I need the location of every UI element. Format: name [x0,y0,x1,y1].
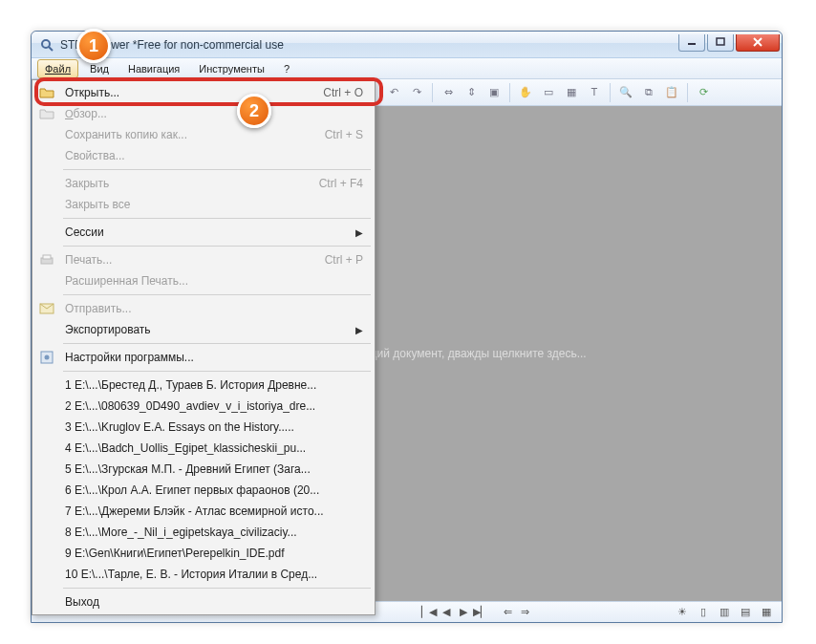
callout-2: 2 [237,94,271,128]
menu-item-open[interactable]: Открыть... Ctrl + O [34,82,373,103]
menu-item-recent-9[interactable]: 9 E:\Gen\Книги\Египет\Perepelkin_IDE.pdf [34,543,373,564]
maximize-button[interactable] [707,34,734,52]
nav-next-icon[interactable]: ▶ [456,605,471,620]
browse-icon [34,107,59,120]
menu-item-exit[interactable]: Выход [34,591,373,612]
menu-item-sessions[interactable]: Сессии ▶ [34,222,373,243]
tool-refresh-icon[interactable]: ⟳ [693,82,714,103]
submenu-arrow-icon: ▶ [355,325,373,335]
menu-item-recent-7[interactable]: 7 E:\...\Джереми Блэйк - Атлас всемирной… [34,501,373,522]
tool-fit-page-icon[interactable]: ▣ [483,82,505,103]
menu-item-recent-10[interactable]: 10 E:\...\Тарле, Е. В. - История Италии … [34,564,373,585]
menu-item-export[interactable]: Экспортировать ▶ [34,319,373,340]
tool-hand-icon[interactable]: ✋ [515,82,536,103]
menu-help[interactable]: ? [276,59,297,78]
menubar: Файл Вид Навигация Инструменты ? [32,58,782,79]
menu-item-recent-6[interactable]: 6 E:\...\Крол А.А. Египет первых фараоно… [34,480,373,501]
tool-fit-height-icon[interactable]: ⇕ [461,82,482,103]
menu-item-adv-print: Расширенная Печать... [34,270,373,291]
menu-file[interactable]: Файл [37,59,78,78]
nav-back-icon[interactable]: ⇐ [500,605,515,620]
menu-item-print: Печать... Ctrl + P [34,249,373,270]
menu-tools[interactable]: Инструменты [191,59,272,78]
nav-last-icon[interactable]: ▶▏ [473,605,488,620]
tool-find-icon[interactable]: 🔍 [615,82,636,103]
tool-paste-icon[interactable]: 📋 [661,82,682,103]
tool-select-icon[interactable]: ▭ [538,82,559,103]
tool-text-select-icon[interactable]: Ꭲ [584,82,605,103]
layout-grid-icon[interactable]: ▦ [759,605,774,620]
nav-prev-icon[interactable]: ◀ [439,605,454,620]
menu-item-recent-8[interactable]: 8 E:\...\More_-_Nil_i_egipetskaya_civili… [34,522,373,543]
settings-icon [34,350,59,365]
menu-item-browse[interactable]: ООбзор...бзор... [34,103,373,124]
tool-rotate-left-icon[interactable]: ↶ [383,82,404,103]
brightness-icon[interactable]: ☀ [675,605,690,620]
app-icon [39,37,54,53]
layout-continuous-icon[interactable]: ▤ [738,605,753,620]
svg-line-4 [754,38,762,46]
menu-item-settings[interactable]: Настройки программы... [34,347,373,368]
svg-line-1 [49,47,53,51]
menu-item-recent-1[interactable]: 1 E:\...\Брестед Д., Тураев Б. История Д… [34,375,373,396]
menu-item-recent-3[interactable]: 3 E:\...\Kruglov E.A. Essays on the Hist… [34,417,373,438]
menu-item-properties: Свойства... [34,145,373,166]
submenu-arrow-icon: ▶ [355,227,373,238]
menu-item-recent-5[interactable]: 5 E:\...\Згурская М.П. - Древний Египет … [34,459,373,480]
tool-copy-icon[interactable]: ⧉ [638,82,659,103]
tool-snapshot-icon[interactable]: ▦ [561,82,582,103]
printer-icon [34,253,59,267]
menu-item-save-copy: Сохранить копию как... Ctrl + S [34,124,373,145]
svg-line-5 [754,38,762,46]
minimize-button[interactable] [678,34,705,52]
nav-forward-icon[interactable]: ⇒ [517,605,532,620]
folder-open-icon [34,86,59,99]
window-controls [678,38,782,52]
layout-facing-icon[interactable]: ▥ [717,605,732,620]
svg-rect-7 [43,255,51,259]
menu-navigation[interactable]: Навигация [120,59,187,78]
svg-rect-3 [717,38,724,45]
menu-item-recent-4[interactable]: 4 E:\...\Badch_Uollis_Egipet_klassichesk… [34,438,373,459]
menu-item-close-all: Закрыть все [34,194,373,215]
tool-fit-width-icon[interactable]: ⇔ [438,82,459,103]
tool-rotate-right-icon[interactable]: ↷ [406,82,427,103]
envelope-icon [34,303,59,314]
svg-point-0 [42,40,50,48]
menu-item-recent-2[interactable]: 2 E:\...\080639_0D490_avdiev_v_i_istoriy… [34,396,373,417]
close-button[interactable] [736,34,780,52]
layout-single-icon[interactable]: ▯ [696,605,711,620]
svg-point-10 [45,355,50,360]
menu-item-send: Отправить... [34,298,373,319]
app-window: STDU Viewer *Free for non-commercial use… [31,31,783,623]
callout-1: 1 [76,29,111,63]
file-menu-dropdown: Открыть... Ctrl + O ООбзор...бзор... Сох… [32,79,376,615]
titlebar: STDU Viewer *Free for non-commercial use [32,32,782,58]
nav-first-icon[interactable]: ▏◀ [421,605,437,620]
menu-item-close: Закрыть Ctrl + F4 [34,173,373,194]
